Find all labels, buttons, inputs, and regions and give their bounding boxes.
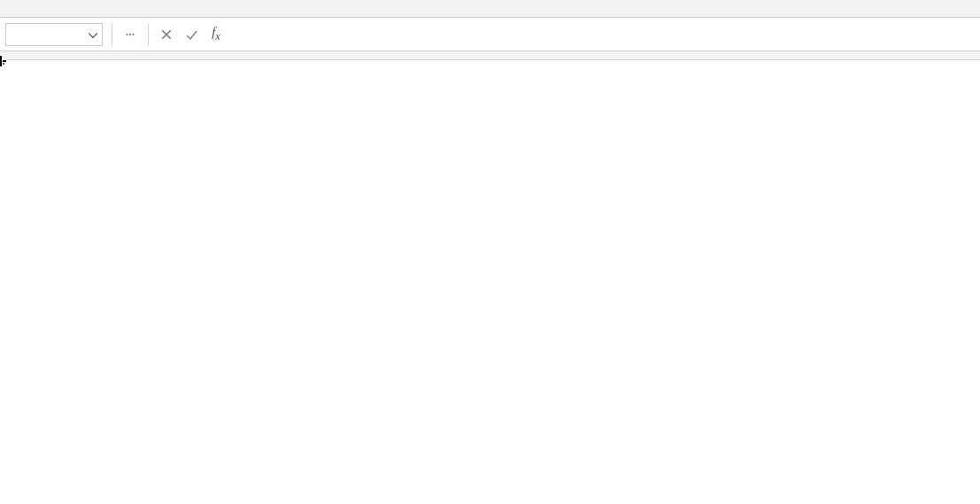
chevron-down-icon[interactable] (88, 29, 98, 40)
divider (112, 23, 112, 46)
fx-icon[interactable]: fx (204, 25, 228, 43)
selection-outline (0, 60, 4, 64)
divider (148, 23, 149, 46)
ribbon-group-row (0, 0, 980, 18)
enter-icon[interactable] (179, 23, 204, 46)
name-box[interactable] (5, 23, 103, 46)
svg-point-2 (132, 33, 134, 35)
grid-spacer (0, 51, 980, 60)
formula-dropdown-icon[interactable] (118, 23, 143, 46)
formula-input[interactable] (228, 23, 980, 46)
svg-point-1 (129, 33, 131, 35)
formula-bar: fx (0, 18, 980, 51)
svg-point-0 (126, 33, 127, 35)
cancel-icon[interactable] (154, 23, 179, 46)
